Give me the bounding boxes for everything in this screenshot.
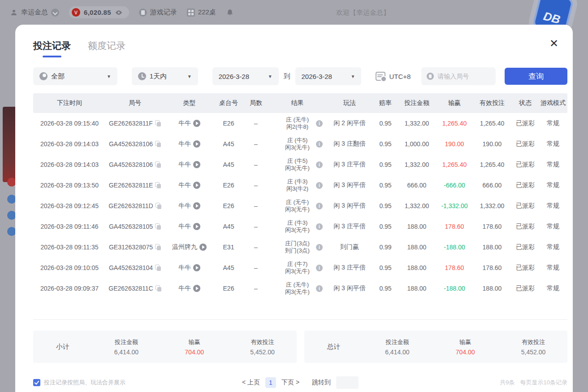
copy-icon[interactable] xyxy=(155,182,161,188)
tab-bet-records[interactable]: 投注记录 xyxy=(33,39,71,57)
play-icon[interactable] xyxy=(193,140,200,148)
copy-icon[interactable] xyxy=(155,244,161,250)
tab-quota-records[interactable]: 额度记录 xyxy=(88,39,125,57)
game-type: 牛牛 xyxy=(164,284,215,292)
valid-bet: 1,265.40 xyxy=(472,161,512,168)
result: 庄门(3点)到门(3点) i xyxy=(269,240,325,254)
merge-label: 投注记录按照局、玩法合并展示 xyxy=(44,379,125,387)
bet-amount: 1,000.00 xyxy=(397,140,437,148)
game-type: 牛牛 xyxy=(164,222,215,231)
total-count: 共9条 xyxy=(500,379,514,387)
jump-page-input[interactable] xyxy=(336,376,359,389)
info-icon[interactable]: i xyxy=(316,223,323,230)
user-menu[interactable]: 幸运金总 xyxy=(10,8,59,17)
copy-icon[interactable] xyxy=(156,203,161,209)
copy-icon[interactable] xyxy=(155,120,161,126)
result: 庄 (牛3)闲3(牛2) i xyxy=(269,178,325,192)
to-label: 到 xyxy=(284,72,290,81)
date-to-select[interactable]: 2026-3-28 ▼ xyxy=(295,67,362,85)
play-icon[interactable] xyxy=(193,182,200,189)
info-icon[interactable]: i xyxy=(316,161,323,168)
category-select[interactable]: 全部 ▼ xyxy=(33,67,117,85)
summary-section: 小计 投注金额 6,414.00 输赢 704.00 有效投注 5,452.00… xyxy=(33,331,567,363)
valid-bet: 666.00 xyxy=(472,182,512,189)
status: 已派彩 xyxy=(512,202,539,210)
close-icon[interactable]: ✕ xyxy=(547,36,561,51)
info-icon[interactable]: i xyxy=(316,141,323,148)
odds: 0.95 xyxy=(374,182,397,189)
table-number: E26 xyxy=(215,202,242,209)
result: 庄 (牛5)闲3(无牛) i xyxy=(269,157,325,172)
copy-icon[interactable] xyxy=(155,161,161,168)
result: 庄 (无牛)闲3(无牛) i xyxy=(269,281,325,296)
play-icon[interactable] xyxy=(193,161,200,168)
play-icon[interactable] xyxy=(193,202,200,209)
info-icon[interactable]: i xyxy=(316,182,323,189)
notifications[interactable] xyxy=(226,9,234,17)
round-search-input[interactable] xyxy=(437,73,487,80)
play-type: 闲 3 闲平倍 xyxy=(325,284,374,292)
date-from-select[interactable]: 2026-3-28 ▼ xyxy=(212,67,279,85)
win-loss: -188.00 xyxy=(437,285,472,292)
info-icon[interactable]: i xyxy=(316,120,323,127)
round-id: GA4526328105 xyxy=(106,223,164,230)
game-mode: 常规 xyxy=(539,264,567,272)
background-blue-dot xyxy=(7,211,16,220)
tables-link[interactable]: 222桌 xyxy=(187,8,216,17)
chevron-down-icon: ▼ xyxy=(350,74,355,79)
prev-page-button[interactable]: < 上页 xyxy=(242,379,260,387)
info-icon[interactable]: i xyxy=(316,285,323,292)
chevron-down-icon[interactable] xyxy=(51,9,59,17)
table-number: A45 xyxy=(215,264,242,271)
user-icon xyxy=(10,9,18,17)
status: 已派彩 xyxy=(512,284,539,292)
play-type: 闲 3 庄翻倍 xyxy=(325,140,374,148)
bet-amount: 666.00 xyxy=(397,182,437,189)
copy-icon[interactable] xyxy=(155,223,161,230)
play-icon[interactable] xyxy=(199,244,207,251)
round-id: GE262632811F xyxy=(106,120,164,127)
table-row: 2026-03-28 09:11:46 GA4526328105 牛牛 A45 … xyxy=(33,216,567,237)
copy-icon[interactable] xyxy=(156,285,161,292)
valid-bet: 188.00 xyxy=(472,285,512,292)
query-button[interactable]: 查询 xyxy=(505,68,567,85)
balance-pill[interactable]: V 6,020.85 xyxy=(69,6,129,18)
play-icon[interactable] xyxy=(193,264,200,271)
date-range-select[interactable]: 1天内 ▼ xyxy=(132,67,198,85)
game-type: 牛牛 xyxy=(164,119,215,127)
play-icon[interactable] xyxy=(193,285,200,292)
copy-icon[interactable] xyxy=(155,265,161,271)
play-icon[interactable] xyxy=(193,120,200,127)
game-record-link[interactable]: 游戏记录 xyxy=(139,8,177,17)
play-icon[interactable] xyxy=(193,223,200,230)
game-type: 牛牛 xyxy=(164,161,215,169)
winloss-label: 输赢 xyxy=(160,338,229,346)
odds: 0.95 xyxy=(374,120,397,127)
round-id: GA4526328106 xyxy=(106,161,164,168)
bet-amount-value: 6,414.00 xyxy=(363,348,432,356)
total-label: 总计 xyxy=(304,343,363,351)
subtotal-card: 小计 投注金额 6,414.00 输赢 704.00 有效投注 5,452.00 xyxy=(33,331,297,363)
record-tabs: 投注记录 额度记录 xyxy=(33,39,573,57)
column-header: 赔率 xyxy=(374,99,397,107)
table-header-row: 下注时间局号类型桌台号局数结果玩法赔率投注金额输赢有效投注状态游戏模式 xyxy=(33,93,567,113)
game-type: 牛牛 xyxy=(164,181,215,189)
current-page[interactable]: 1 xyxy=(265,377,276,388)
copy-icon[interactable] xyxy=(155,141,161,147)
merge-checkbox[interactable] xyxy=(33,379,40,386)
column-header: 下注时间 xyxy=(33,99,106,107)
valid-bet: 190.00 xyxy=(472,140,512,148)
bet-time: 2026-03-28 09:10:05 xyxy=(33,264,106,271)
info-icon[interactable]: i xyxy=(316,203,323,209)
info-icon[interactable]: i xyxy=(316,244,323,251)
bet-amount: 1,332.00 xyxy=(397,120,437,127)
win-loss: 1,265.40 xyxy=(437,161,472,168)
column-header: 玩法 xyxy=(325,99,374,107)
table-row: 2026-03-28 09:14:03 GA4526328106 牛牛 A45 … xyxy=(33,154,567,175)
next-page-button[interactable]: 下页 > xyxy=(281,379,299,387)
status: 已派彩 xyxy=(512,264,539,272)
round-count: – xyxy=(242,285,269,292)
bet-records-table: 下注时间局号类型桌台号局数结果玩法赔率投注金额输赢有效投注状态游戏模式 2026… xyxy=(33,93,567,320)
eye-icon[interactable] xyxy=(115,9,123,17)
info-icon[interactable]: i xyxy=(316,265,323,271)
